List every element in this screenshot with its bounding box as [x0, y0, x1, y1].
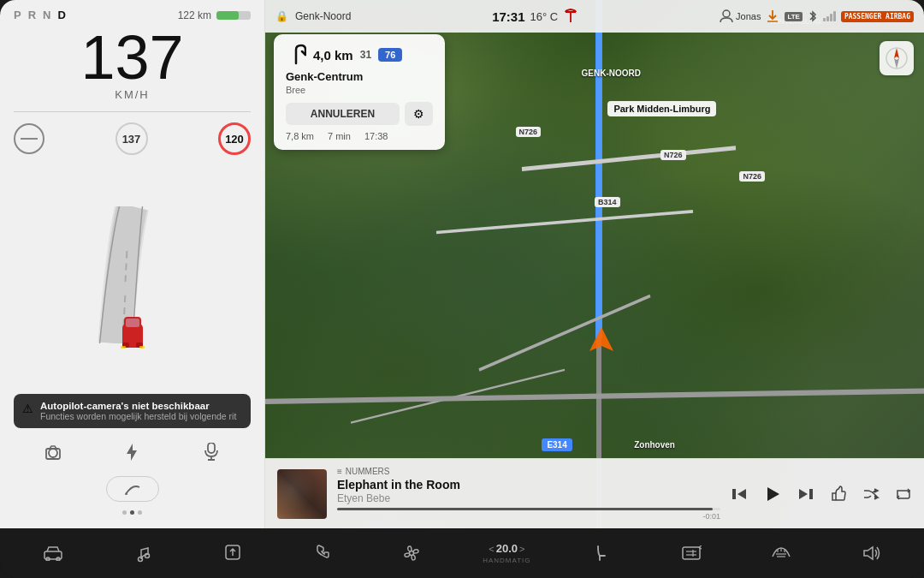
music-info: ≡ Nummers Elephant in the Room Etyen Beb… [337, 467, 720, 521]
taskbar-temp[interactable]: < 20.0 > HANDMATIG [483, 542, 530, 564]
update-icon [766, 9, 779, 23]
nav-settings-button[interactable]: ⚙ [405, 102, 433, 126]
taskbar-fan[interactable] [393, 543, 430, 563]
page-dots [14, 505, 251, 520]
gear-n[interactable]: N [43, 9, 50, 21]
music-controls [731, 485, 912, 504]
user-icon [720, 9, 733, 23]
volume-taskbar-icon [861, 544, 881, 563]
gear-selector[interactable]: P R N D [14, 9, 66, 21]
svg-rect-9 [208, 443, 215, 453]
lightning-icon[interactable] [116, 437, 147, 468]
svg-marker-28 [767, 487, 779, 501]
nav-destination: Genk-Centrum [286, 70, 433, 83]
album-art-image [277, 469, 327, 519]
compass-icon [885, 46, 909, 70]
park-midden-limburg-label: Park Midden-Limburg [607, 101, 716, 116]
rear-defrost-icon [681, 545, 702, 561]
signal-bar-3 [830, 14, 832, 21]
map-top-bar: 🔒 Genk-Noord 17:31 16° C [265, 0, 924, 33]
autopilot-warning: ⚠ Autopilot-camera's niet beschikbaar Fu… [14, 394, 251, 428]
steering-wheel-icon [14, 123, 44, 154]
wiper-button[interactable] [106, 476, 159, 502]
nav-distance-row: 4,0 km 31 76 [286, 43, 433, 67]
turn-arrow-icon [286, 43, 306, 67]
bottom-taskbar: < 20.0 > HANDMATIG [0, 528, 924, 578]
divider [14, 111, 251, 112]
repeat-button[interactable] [895, 486, 912, 503]
music-progress-fill [337, 508, 713, 510]
speed-limit-sign: 120 [218, 122, 251, 155]
lte-badge: LTE [785, 12, 803, 21]
section-label: Nummers [346, 467, 390, 476]
prev-button[interactable] [731, 486, 748, 503]
svg-line-15 [522, 148, 736, 170]
nav-duration: 7 min [328, 131, 351, 141]
seat-taskbar-icon [593, 544, 610, 563]
e314-badge: E314 [542, 438, 572, 451]
shuffle-button[interactable] [862, 486, 880, 503]
map-top-right: Jonas LTE [720, 9, 914, 23]
nav-distance-value: 4,0 km [313, 48, 353, 63]
warning-main-text: Autopilot-camera's niet beschikbaar [40, 401, 236, 411]
user-name: Jonas [736, 11, 761, 21]
nav-road-badge: 76 [378, 48, 402, 62]
svg-rect-27 [732, 489, 736, 499]
battery-bar [216, 11, 251, 20]
play-button[interactable] [763, 485, 782, 504]
car-icon [119, 312, 146, 353]
next-button[interactable] [797, 486, 814, 503]
compass[interactable] [880, 41, 914, 75]
time-display: 17:31 [492, 9, 524, 24]
genk-noord-label: GENK-NOORD [582, 69, 641, 78]
road-visualization [14, 158, 251, 390]
svg-rect-5 [121, 346, 126, 349]
taskbar-nav[interactable] [214, 544, 252, 563]
music-taskbar-icon [134, 544, 151, 563]
svg-marker-26 [737, 489, 746, 499]
nav-cancel-button[interactable]: ANNULEREN [286, 103, 400, 125]
music-title: Elephant in the Room [337, 478, 720, 492]
music-progress-bar[interactable] [337, 508, 720, 510]
gear-p[interactable]: P [14, 9, 21, 21]
taskbar-music[interactable] [124, 544, 162, 563]
n726-badge-2: N726 [660, 150, 686, 160]
bluetooth-icon [808, 9, 818, 23]
thumbs-up-button[interactable] [830, 486, 847, 503]
camera-icon[interactable] [38, 437, 68, 468]
svg-line-16 [436, 212, 693, 233]
temp-display: 16° C [530, 10, 559, 23]
svg-line-19 [265, 391, 924, 402]
front-defrost-icon [771, 545, 791, 562]
dot-3 [138, 510, 142, 515]
nav-road-number: 31 [360, 49, 371, 61]
map-panel[interactable]: GENK-NOORD Park Midden-Limburg Zonhoven … [265, 0, 924, 528]
dot-2 [130, 510, 134, 515]
taskbar-phone[interactable] [304, 544, 341, 563]
gear-r[interactable]: R [28, 9, 36, 21]
nav-card: 4,0 km 31 76 Genk-Centrum Bree ANNULEREN… [274, 34, 445, 150]
nav-stats-row: 7,8 km 7 min 17:38 [286, 131, 433, 141]
range-value: 122 km [178, 9, 211, 21]
temp-right-angle: > [519, 544, 524, 554]
taskbar-seat[interactable] [583, 544, 620, 563]
location-marker [589, 327, 613, 361]
taskbar-rear-defrost[interactable] [672, 545, 710, 561]
gear-d[interactable]: D [57, 9, 65, 21]
n726-badge-3: N726 [739, 171, 765, 182]
taskbar-car[interactable] [34, 545, 72, 561]
svg-rect-6 [139, 346, 145, 349]
nav-buttons-row: ANNULEREN ⚙ [286, 102, 433, 126]
map-top-center: 17:31 16° C [492, 9, 578, 24]
current-cruise-speed: 137 [116, 122, 148, 155]
taskbar-volume[interactable] [852, 544, 890, 563]
user-badge: Jonas [720, 9, 761, 23]
tesla-logo [563, 9, 578, 24]
temp-left-angle: < [489, 544, 494, 554]
left-panel: P R N D 122 km 137 KM/H [0, 0, 265, 528]
svg-marker-44 [864, 547, 873, 559]
svg-marker-20 [589, 327, 613, 351]
microphone-icon[interactable] [196, 437, 227, 468]
map-top-left: 🔒 Genk-Noord [275, 10, 351, 22]
taskbar-front-defrost[interactable] [762, 545, 800, 562]
